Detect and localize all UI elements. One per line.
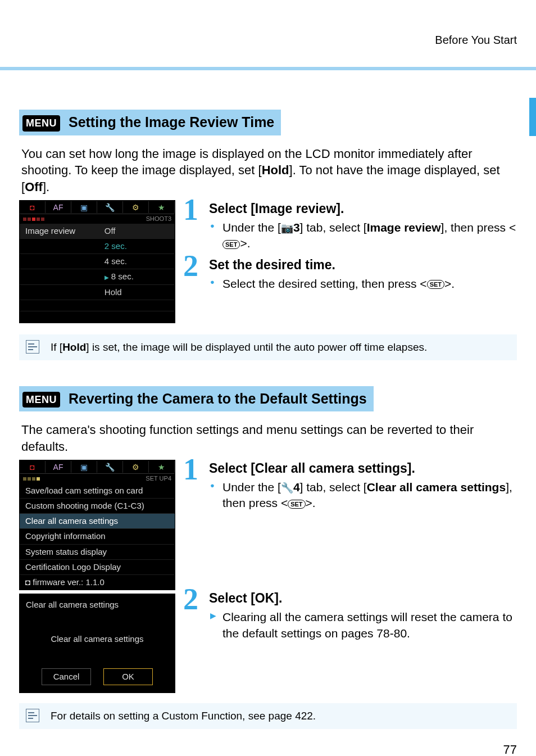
lcd-tab-play[interactable]: ▣ [71,461,97,473]
ok-button[interactable]: OK [103,668,153,685]
step2b-bullet: Clearing all the camera settings will re… [222,609,517,641]
cancel-button[interactable]: Cancel [42,668,91,685]
lcd-tab-mymenu[interactable]: ★ [149,461,175,473]
confirm-title: Clear all camera settings [26,599,169,610]
lcd-setup4-menu: ◘ AF ▣ 🔧 ⚙ ★ SET UP4 Save/load cam setti… [19,460,175,591]
lcd-row-custommode[interactable]: Custom shooting mode (C1-C3) [20,499,175,514]
lcd-tab-setup[interactable]: 🔧 [97,461,123,473]
menu-pill-icon: MENU [22,392,60,408]
camera-icon: 📷 [281,223,293,234]
lcd-tab-setup[interactable]: 🔧 [97,201,123,213]
wrench-icon: 🔧 [281,482,293,494]
lcd-tab-shoot[interactable]: ◘ [20,461,46,473]
lcd-row-saveload[interactable]: Save/load cam settings on card [20,483,175,499]
set-button-icon: SET [427,280,444,289]
lcd-row-opt-8sec[interactable]: 8 sec. [20,269,175,284]
lcd-tab-af[interactable]: AF [46,201,71,213]
step1-title: Select [Image review]. [209,200,517,218]
section-title-revert: MENU Reverting the Camera to the Default… [19,386,374,412]
lcd-tab-cfn[interactable]: ⚙ [123,201,149,213]
step1b-bullet: Under the [🔧4] tab, select [Clear all ca… [222,479,517,511]
section-title-image-review: MENU Setting the Image Review Time [19,110,281,135]
lcd-row-opt-2sec[interactable]: 2 sec. [20,239,175,254]
menu-pill-icon: MENU [22,115,60,131]
lcd-row-opt-4sec[interactable]: 4 sec. [20,254,175,269]
step-number-1: 1 [183,194,198,225]
note-custom-function: For details on setting a Custom Function… [19,703,517,729]
section2-intro: The camera's shooting function settings … [21,422,515,455]
note-icon [26,340,39,354]
lcd-row-opt-hold[interactable]: Hold [20,285,175,300]
lcd-tab-mymenu[interactable]: ★ [149,201,175,213]
lcd-page-label: SHOOT3 [146,215,171,223]
set-button-icon: SET [288,500,305,509]
lcd-confirm-clear: Clear all camera settings Clear all came… [19,594,175,693]
section-title-text: Reverting the Camera to the Default Sett… [69,391,367,406]
set-button-icon: SET [222,240,240,249]
note-icon [26,709,39,722]
step2-bullet: Select the desired setting, then press <… [222,276,517,292]
confirm-message: Clear all camera settings [26,633,169,645]
lcd-page-dots [23,215,46,223]
lcd-page-label: SET UP4 [146,474,171,483]
step1-bullet: Under the [📷3] tab, select [Image review… [222,220,517,252]
lcd-row-image-review[interactable]: Image review Off [20,224,175,239]
lcd-tab-shoot[interactable]: ◘ [20,201,46,213]
lcd-tab-af[interactable]: AF [46,461,71,473]
lcd-tab-cfn[interactable]: ⚙ [123,461,149,473]
header-section: Before You Start [19,33,517,48]
lcd-row-certlogo[interactable]: Certification Logo Display [20,560,175,575]
step-number-1: 1 [183,454,198,485]
step-number-2: 2 [183,584,198,614]
lcd-tab-play[interactable]: ▣ [71,201,97,213]
step1b-title: Select [Clear all camera settings]. [209,460,517,477]
lcd-row-copyright[interactable]: Copyright information [20,529,175,544]
step2b-title: Select [OK]. [209,590,517,607]
step-number-2: 2 [183,251,198,281]
section-title-text: Setting the Image Review Time [69,114,274,130]
step2-title: Set the desired time. [209,256,517,274]
lcd-row-clearall[interactable]: Clear all camera settings [20,514,175,529]
section1-intro: You can set how long the image is displa… [21,146,515,196]
page-number: 77 [19,741,517,756]
lcd-page-dots [23,474,41,483]
note-hold: If [Hold] is set, the image will be disp… [19,334,517,360]
lcd-row-sysstatus[interactable]: System status display [20,545,175,560]
lcd-image-review-menu: ◘ AF ▣ 🔧 ⚙ ★ SHOOT3 Image review Off 2 s… [19,200,175,323]
lcd-row-firmware[interactable]: ◘ firmware ver.: 1.1.0 [20,575,175,590]
